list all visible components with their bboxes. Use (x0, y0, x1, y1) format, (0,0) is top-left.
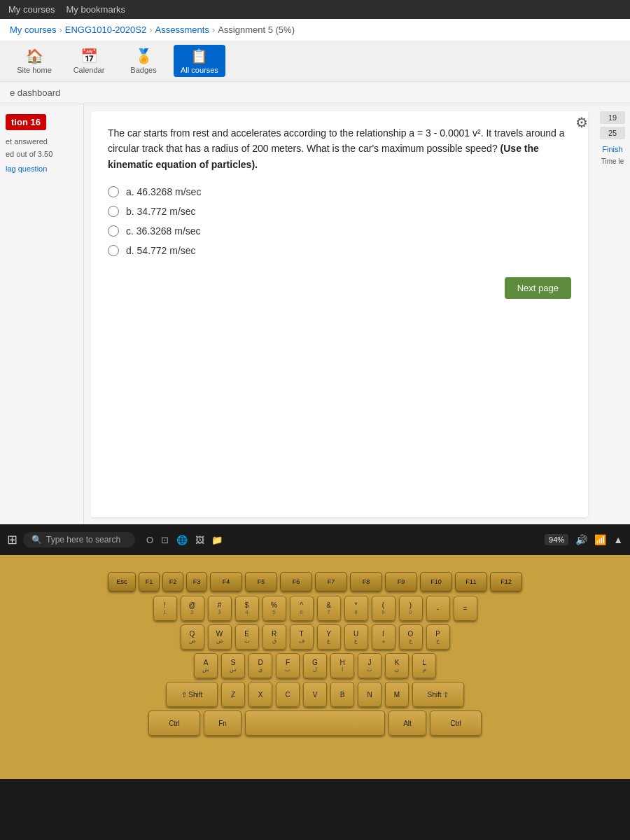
key-v[interactable]: V (303, 682, 327, 707)
breadcrumb-assessments[interactable]: Assessments (155, 24, 209, 35)
key-f12[interactable]: F12 (490, 572, 522, 592)
option-a[interactable]: a. 46.3268 m/sec (108, 186, 571, 197)
key-g[interactable]: Gل (303, 653, 327, 678)
radio-a[interactable] (108, 186, 119, 197)
badges-label: Badges (130, 66, 156, 74)
radio-d[interactable] (108, 245, 119, 256)
taskbar-arrow-icon[interactable]: ▲ (613, 534, 623, 545)
zxcv-row: ⇧ Shift Z X C V B N M Shift ⇧ (14, 682, 616, 707)
key-0[interactable]: )0 (399, 596, 423, 621)
breadcrumb: My courses › ENGG1010-2020S2 › Assessmen… (0, 19, 630, 41)
nav-my-courses[interactable]: My courses (8, 4, 55, 15)
key-f8[interactable]: F8 (350, 572, 382, 592)
breadcrumb-my-courses[interactable]: My courses (10, 24, 56, 35)
option-d-label: d. 54.772 m/sec (126, 245, 196, 256)
key-o[interactable]: Oخ (399, 624, 423, 650)
key-k[interactable]: Kن (385, 653, 409, 678)
key-f1[interactable]: F1 (139, 572, 160, 592)
key-l[interactable]: Lم (412, 653, 436, 678)
option-c[interactable]: c. 36.3268 m/sec (108, 225, 571, 237)
taskbar-sound-icon[interactable]: 🔊 (575, 534, 587, 545)
key-f5[interactable]: F5 (245, 572, 277, 592)
key-esc[interactable]: Esc (108, 572, 136, 592)
radio-b[interactable] (108, 206, 119, 217)
key-e[interactable]: Eث (235, 624, 259, 650)
key-j[interactable]: Jت (358, 653, 382, 678)
icon-navigation: 🏠 Site home 📅 Calendar 🏅 Badges 📋 All co… (0, 41, 630, 82)
taskbar-search[interactable]: 🔍 Type here to search (23, 532, 135, 547)
key-p[interactable]: Pح (426, 624, 450, 650)
radio-c[interactable] (108, 225, 119, 237)
key-minus[interactable]: - (426, 596, 450, 621)
key-m[interactable]: M (385, 682, 409, 707)
key-i[interactable]: Iه (372, 624, 396, 650)
taskbar-wifi-icon[interactable]: 📶 (594, 534, 606, 545)
key-f7[interactable]: F7 (315, 572, 347, 592)
key-6[interactable]: ^6 (290, 596, 314, 621)
key-q[interactable]: Qض (181, 624, 204, 650)
key-u[interactable]: Uع (344, 624, 368, 650)
option-a-label: a. 46.3268 m/sec (126, 186, 201, 197)
question-area: The car starts from rest and accelerates… (91, 111, 588, 517)
key-f4[interactable]: F4 (210, 572, 242, 592)
option-d[interactable]: d. 54.772 m/sec (108, 245, 571, 256)
key-r[interactable]: Rق (262, 624, 286, 650)
key-3[interactable]: #3 (208, 596, 232, 621)
nav-all-courses[interactable]: 📋 All courses (174, 45, 225, 77)
key-f11[interactable]: F11 (455, 572, 487, 592)
key-2[interactable]: @2 (181, 596, 204, 621)
num-badge-25: 25 (600, 127, 625, 139)
key-f6[interactable]: F6 (280, 572, 312, 592)
breadcrumb-course[interactable]: ENGG1010-2020S2 (65, 24, 146, 35)
key-w[interactable]: Wص (208, 624, 232, 650)
taskbar-battery-percent: 94% (545, 534, 568, 545)
flag-question-link[interactable]: lag question (6, 164, 78, 173)
time-remaining-label: Time le (601, 158, 624, 165)
key-9[interactable]: (9 (372, 596, 396, 621)
key-f9[interactable]: F9 (385, 572, 417, 592)
key-b[interactable]: B (330, 682, 354, 707)
nav-calendar[interactable]: 📅 Calendar (64, 45, 113, 77)
finish-button[interactable]: Finish (602, 145, 622, 153)
next-page-button[interactable]: Next page (505, 277, 571, 299)
key-f3[interactable]: F3 (186, 572, 207, 592)
dashboard-link[interactable]: e dashboard (0, 82, 630, 104)
keyboard-area: Esc F1 F2 F3 F4 F5 F6 F7 F8 F9 F10 F11 F… (0, 555, 630, 779)
key-s[interactable]: Sس (221, 653, 245, 678)
windows-start-icon[interactable]: ⊞ (7, 532, 18, 547)
key-4[interactable]: $4 (235, 596, 259, 621)
key-shift-right[interactable]: Shift ⇧ (412, 682, 464, 707)
nav-my-bookmarks[interactable]: My bookmarks (66, 4, 125, 15)
key-f2[interactable]: F2 (162, 572, 183, 592)
key-shift-left[interactable]: ⇧ Shift (166, 682, 218, 707)
key-f[interactable]: Fب (276, 653, 300, 678)
key-alt[interactable]: Alt (388, 710, 426, 736)
key-ctrl-right[interactable]: Ctrl (430, 710, 482, 736)
nav-site-home[interactable]: 🏠 Site home (10, 45, 59, 77)
option-b[interactable]: b. 34.772 m/sec (108, 206, 571, 217)
answered-status: et answered (6, 136, 78, 148)
key-y[interactable]: Yغ (317, 624, 341, 650)
option-c-label: c. 36.3268 m/sec (126, 225, 201, 237)
nav-badges[interactable]: 🏅 Badges (119, 45, 168, 77)
key-equals[interactable]: = (454, 596, 477, 621)
key-t[interactable]: Tف (290, 624, 314, 650)
key-z[interactable]: Z (221, 682, 245, 707)
key-7[interactable]: &7 (317, 596, 341, 621)
key-x[interactable]: X (248, 682, 272, 707)
key-1[interactable]: !1 (153, 596, 177, 621)
key-h[interactable]: Hا (330, 653, 354, 678)
key-space[interactable] (245, 710, 385, 736)
key-f10[interactable]: F10 (420, 572, 452, 592)
gear-icon[interactable]: ⚙ (575, 114, 588, 131)
key-d[interactable]: Dي (248, 653, 272, 678)
key-ctrl[interactable]: Ctrl (148, 710, 200, 736)
key-5[interactable]: %5 (262, 596, 286, 621)
all-courses-label: All courses (181, 66, 218, 74)
key-8[interactable]: *8 (344, 596, 368, 621)
key-n[interactable]: N (358, 682, 382, 707)
top-navigation: My courses My bookmarks (0, 0, 630, 19)
key-a[interactable]: Aش (194, 653, 218, 678)
key-c[interactable]: C (276, 682, 300, 707)
key-fn[interactable]: Fn (204, 710, 241, 736)
